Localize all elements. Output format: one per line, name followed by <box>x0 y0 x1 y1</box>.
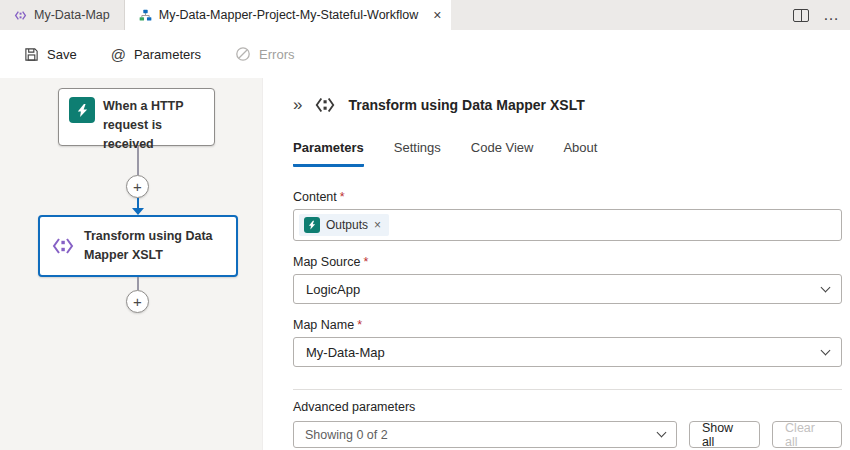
tab-my-data-map[interactable]: My-Data-Map <box>0 0 125 30</box>
split-editor-icon[interactable] <box>793 9 809 22</box>
parameters-label: Parameters <box>134 47 201 62</box>
tab-about[interactable]: About <box>563 140 597 167</box>
tab-label: My-Data-Mapper-Project-My-Stateful-Workf… <box>159 8 419 22</box>
action-details-panel: » Transform using Data Mapper XSLT Param… <box>262 78 850 450</box>
map-name-value: My-Data-Map <box>306 345 385 360</box>
http-request-trigger-icon <box>304 217 320 233</box>
errors-button[interactable]: Errors <box>235 46 294 62</box>
workflow-file-icon <box>139 9 152 22</box>
data-mapper-icon <box>50 233 76 259</box>
content-input[interactable]: Outputs × <box>293 209 842 241</box>
advanced-parameters-value: Showing 0 of 2 <box>305 428 388 442</box>
clear-all-button[interactable]: Clear all <box>772 421 842 448</box>
tab-close-icon[interactable]: × <box>433 8 441 22</box>
outputs-token[interactable]: Outputs × <box>299 214 389 236</box>
required-asterisk: * <box>363 255 368 269</box>
advanced-parameters-label: Advanced parameters <box>293 400 842 414</box>
advanced-parameters-row: Showing 0 of 2 Show all Clear all <box>293 421 842 448</box>
data-map-file-icon <box>14 9 27 22</box>
map-source-select[interactable]: LogicApp <box>293 274 842 304</box>
trigger-card-http-request[interactable]: When a HTTP request is received <box>58 88 215 146</box>
chevron-down-icon <box>821 345 831 355</box>
tab-code-view[interactable]: Code View <box>471 140 534 167</box>
more-actions-icon[interactable]: … <box>823 7 840 23</box>
tab-parameters[interactable]: Parameters <box>293 140 364 167</box>
editor-tab-bar: My-Data-Map My-Data-Mapper-Project-My-St… <box>0 0 850 30</box>
action-card-title: Transform using Data Mapper XSLT <box>84 227 226 265</box>
connector-line <box>137 277 139 290</box>
required-asterisk: * <box>357 318 362 332</box>
map-name-select[interactable]: My-Data-Map <box>293 337 842 367</box>
data-mapper-icon <box>314 94 336 116</box>
required-asterisk: * <box>340 190 345 204</box>
panel-header: » Transform using Data Mapper XSLT <box>293 92 842 118</box>
token-label: Outputs <box>326 218 368 232</box>
insert-step-button[interactable]: + <box>126 175 149 198</box>
show-all-button[interactable]: Show all <box>689 421 760 448</box>
section-divider <box>293 389 842 390</box>
map-name-label: Map Name* <box>293 318 842 332</box>
token-remove-icon[interactable]: × <box>374 218 381 232</box>
connector-arrowhead <box>132 208 144 215</box>
workflow-canvas: When a HTTP request is received + Transf… <box>0 78 262 450</box>
save-button[interactable]: Save <box>24 47 77 62</box>
action-card-data-mapper[interactable]: Transform using Data Mapper XSLT <box>38 215 238 277</box>
panel-tabs: Parameters Settings Code View About <box>293 140 842 168</box>
chevron-down-icon <box>821 282 831 292</box>
panel-title: Transform using Data Mapper XSLT <box>348 97 584 113</box>
collapse-panel-icon[interactable]: » <box>293 95 302 115</box>
advanced-parameters-dropdown[interactable]: Showing 0 of 2 <box>293 421 677 448</box>
insert-step-button[interactable]: + <box>126 290 149 313</box>
tab-settings[interactable]: Settings <box>394 140 441 167</box>
http-request-trigger-icon <box>69 97 95 123</box>
tab-workflow[interactable]: My-Data-Mapper-Project-My-Stateful-Workf… <box>125 0 452 30</box>
connector-line <box>137 146 139 175</box>
errors-label: Errors <box>259 47 294 62</box>
parameters-icon: @ <box>111 46 126 63</box>
trigger-card-title: When a HTTP request is received <box>103 97 204 153</box>
save-icon <box>24 47 39 62</box>
parameters-button[interactable]: @ Parameters <box>111 46 201 63</box>
designer-toolbar: Save @ Parameters Errors <box>0 30 850 78</box>
save-label: Save <box>47 47 77 62</box>
tab-bar-actions: … <box>793 0 840 30</box>
chevron-down-icon <box>656 428 666 438</box>
map-source-label: Map Source* <box>293 255 842 269</box>
logic-apps-designer: My-Data-Map My-Data-Mapper-Project-My-St… <box>0 0 850 450</box>
content-label: Content* <box>293 190 842 204</box>
map-source-value: LogicApp <box>306 282 360 297</box>
errors-icon <box>235 46 251 62</box>
tab-label: My-Data-Map <box>34 8 110 22</box>
